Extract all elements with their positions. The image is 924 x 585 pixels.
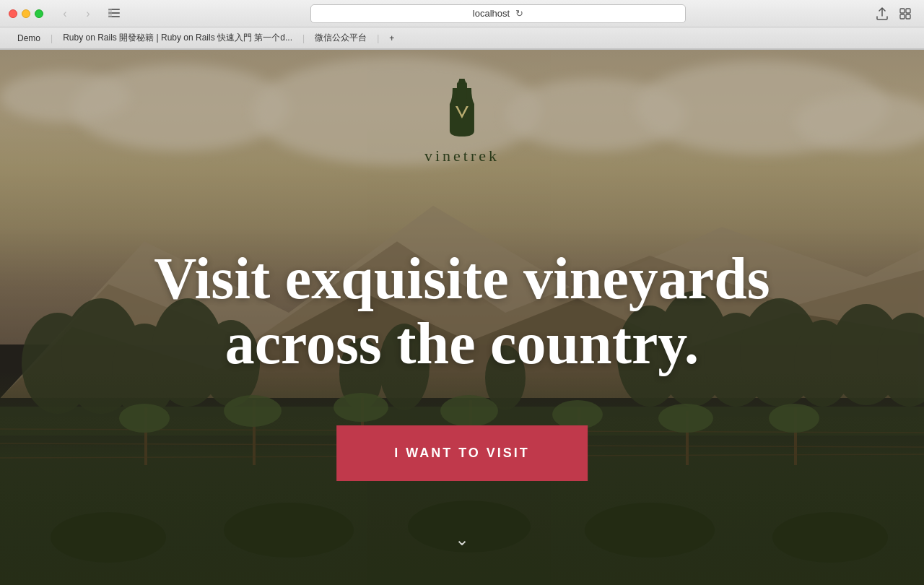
- tab-demo[interactable]: Demo: [12, 32, 46, 45]
- address-bar-wrapper: localhost ↻: [130, 4, 866, 23]
- svg-rect-7: [906, 14, 910, 19]
- share-button[interactable]: [872, 4, 892, 24]
- tab-wechat[interactable]: 微信公众平台: [309, 30, 372, 46]
- tab-separator-1: |: [51, 33, 53, 43]
- logo-text: vinetrek: [424, 147, 500, 165]
- cta-visit-button[interactable]: I WANT TO VISIT: [336, 425, 588, 481]
- logo-container: vinetrek: [424, 79, 500, 165]
- sidebar-toggle-button[interactable]: [104, 4, 124, 24]
- svg-rect-47: [457, 86, 467, 99]
- address-bar[interactable]: localhost ↻: [310, 4, 686, 23]
- back-button[interactable]: ‹: [55, 4, 75, 24]
- tabs-bar: Demo | Ruby on Rails 開發秘籍 | Ruby on Rail…: [0, 27, 924, 49]
- webpage: vinetrek Visit exquisite vineyards acros…: [0, 50, 924, 585]
- sidebar-icon: [108, 9, 120, 19]
- minimize-window-button[interactable]: [22, 9, 30, 18]
- svg-rect-4: [900, 9, 905, 13]
- share-icon: [876, 7, 888, 20]
- browser-titlebar: ‹ › localhost ↻: [0, 0, 924, 27]
- tab-separator-2: |: [302, 33, 305, 43]
- maximize-window-button[interactable]: [35, 9, 43, 18]
- more-tabs-button[interactable]: +: [383, 32, 400, 45]
- tab-separator-3: |: [377, 33, 379, 43]
- cta-container: I WANT TO VISIT: [336, 425, 588, 481]
- browser-chrome: ‹ › localhost ↻: [0, 0, 924, 50]
- wine-bottle-icon: [437, 79, 487, 144]
- hero-headline-line1: Visit exquisite vineyards: [154, 246, 770, 311]
- traffic-lights: [9, 9, 43, 18]
- forward-button[interactable]: ›: [78, 4, 98, 24]
- nav-buttons: ‹ ›: [55, 4, 98, 24]
- url-text: localhost: [473, 8, 510, 19]
- svg-rect-5: [906, 9, 910, 13]
- hero-headline: Visit exquisite vineyards across the cou…: [137, 246, 787, 376]
- scroll-down-indicator[interactable]: ⌄: [455, 529, 469, 550]
- hero-text-container: Visit exquisite vineyards across the cou…: [137, 246, 787, 376]
- browser-actions: [872, 4, 915, 24]
- reload-button[interactable]: ↻: [515, 8, 523, 19]
- close-window-button[interactable]: [9, 9, 17, 18]
- hero-headline-line2: across the country.: [225, 311, 699, 376]
- new-tab-icon: [899, 8, 911, 20]
- svg-rect-6: [900, 14, 905, 19]
- new-tab-button[interactable]: [895, 4, 915, 24]
- tab-ruby[interactable]: Ruby on Rails 開發秘籍 | Ruby on Rails 快速入門 …: [57, 30, 298, 46]
- svg-rect-3: [108, 9, 112, 17]
